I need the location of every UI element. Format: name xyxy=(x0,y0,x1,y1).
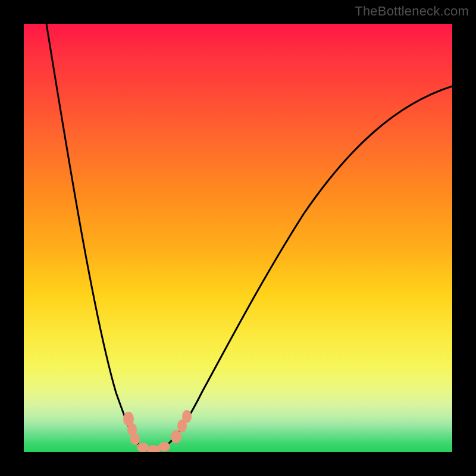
marker-group xyxy=(123,410,192,452)
marker-dot xyxy=(147,445,160,452)
marker-dot xyxy=(182,410,192,423)
bottleneck-curve xyxy=(46,24,452,451)
plot-area xyxy=(24,24,452,452)
chart-frame: TheBottleneck.com xyxy=(0,0,476,476)
watermark-text: TheBottleneck.com xyxy=(355,4,469,19)
marker-dot xyxy=(137,443,149,452)
marker-dot xyxy=(158,442,170,452)
marker-dot xyxy=(171,430,181,443)
marker-dot xyxy=(130,433,140,445)
chart-svg xyxy=(24,24,452,452)
